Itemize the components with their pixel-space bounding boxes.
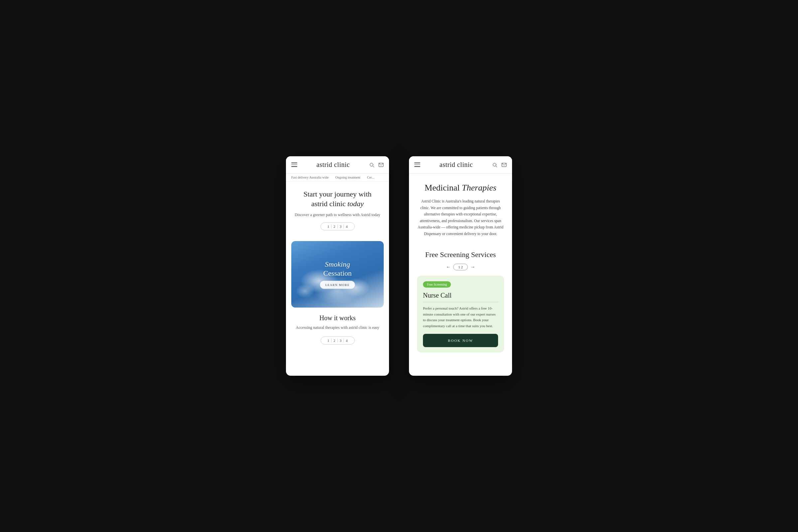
ticker-item-3: Cer... [367,175,374,179]
screening-nav: ← 1 2 → [417,264,504,270]
hero-pagination[interactable]: 1 2 3 4 [321,223,355,230]
nav-right: astrid clinic [409,156,512,174]
how-page-4[interactable]: 4 [344,339,350,342]
hero-title: Start your journey with astrid clinic to… [292,190,382,208]
nav-icons-left [369,162,384,168]
svg-point-3 [493,163,496,166]
right-scroll-area: Medicinal Therapies Astrid Clinic is Aus… [409,174,512,376]
learn-more-button[interactable]: LEARN MORE [320,281,355,289]
how-page-2[interactable]: 2 [331,339,338,342]
menu-icon[interactable] [291,163,297,167]
phone-left: astrid clinic Fast delivery Australia wi… [286,156,389,376]
hero-section: Start your journey with astrid clinic to… [286,182,389,241]
medicinal-title: Medicinal Therapies [417,183,504,193]
how-page-1[interactable]: 1 [325,339,332,342]
screening-title: Free Screening Services [417,250,504,259]
service-card: Free Screening Nurse Call Prefer a perso… [417,276,504,352]
hero-card-text: Smoking Cessation LEARN MORE [320,260,355,289]
medicinal-section: Medicinal Therapies Astrid Clinic is Aus… [409,174,512,244]
mail-icon-right[interactable] [501,162,507,168]
menu-icon-right[interactable] [414,163,420,167]
how-page-3[interactable]: 3 [338,339,344,342]
screening-page-indicator[interactable]: 1 2 [453,264,468,270]
page-3[interactable]: 3 [338,225,344,228]
phone-right: astrid clinic Medicinal Therapies Astrid… [409,156,512,376]
svg-line-1 [373,166,374,167]
nav-left: astrid clinic [286,156,389,174]
screening-section: Free Screening Services ← 1 2 → Free Scr… [409,244,512,358]
brand-title-left: astrid clinic [317,161,350,169]
next-arrow[interactable]: → [471,264,475,270]
service-badge: Free Screening [423,281,451,288]
medicinal-body: Astrid Clinic is Australia's leading nat… [417,198,504,237]
service-card-title: Nurse Call [423,291,498,302]
service-card-body: Prefer a personal touch? Astrid offers a… [423,306,498,329]
page-4[interactable]: 4 [344,225,350,228]
page-1[interactable]: 1 [325,225,332,228]
ticker-item-1: Fast delivery Australia wide [291,175,328,179]
how-it-works: How it works Accessing natural therapies… [286,314,389,355]
ticker-left: Fast delivery Australia wide Ongoing tre… [286,174,389,182]
hero-card-title: Smoking Cessation [320,260,355,278]
how-title: How it works [292,314,382,322]
svg-line-4 [496,166,497,167]
ticker-item-2: Ongoing treatment [335,175,360,179]
mail-icon[interactable] [378,162,384,168]
hero-subtitle: Discover a greener path to wellness with… [292,212,382,218]
brand-title-right: astrid clinic [440,161,473,169]
nav-icons-right [492,162,507,168]
hero-card: Smoking Cessation LEARN MORE [291,241,384,307]
page-2[interactable]: 2 [331,225,338,228]
how-pagination[interactable]: 1 2 3 4 [321,337,355,344]
svg-point-0 [370,163,373,166]
prev-arrow[interactable]: ← [446,264,451,270]
search-icon-right[interactable] [492,162,497,168]
search-icon[interactable] [369,162,374,168]
how-subtitle: Accessing natural therapies with astrid … [292,324,382,330]
book-now-button[interactable]: BOOK NOW [423,334,498,347]
stage: astrid clinic Fast delivery Australia wi… [266,136,532,396]
